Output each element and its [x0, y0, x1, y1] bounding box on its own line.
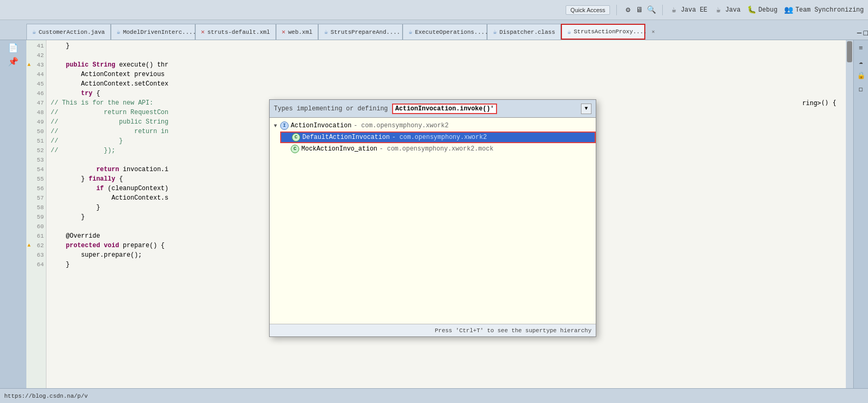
line-50: 50 [26, 127, 46, 136]
java-ee-icon: ☕ [669, 5, 679, 15]
type-hierarchy-popup: Types implementing or defining ActionInv… [269, 99, 596, 337]
line-61: 61 [26, 231, 46, 241]
popup-dropdown-button[interactable]: ▼ [581, 104, 592, 114]
tab-struts-prepare-label: StrutsPrepareAnd.... [330, 29, 400, 35]
code-line-45: ActionContext.setContex [51, 79, 846, 89]
right-icon-3[interactable]: 🔒 [855, 70, 867, 81]
popup-footer: Press 'Ctrl+T' to see the supertype hier… [270, 324, 596, 336]
right-icon-1[interactable]: ≡ [855, 42, 867, 54]
gutter-pin-icon[interactable]: 📌 [7, 56, 19, 68]
line-48: 48 [26, 108, 46, 117]
popup-header: Types implementing or defining ActionInv… [270, 100, 596, 118]
tree-expand-icon: ▼ [274, 123, 280, 129]
popup-content: ▼ I ActionInvocation - com.opensymphony.… [270, 118, 596, 324]
toolbar-separator-2 [662, 5, 663, 15]
line-45: 45 [26, 79, 46, 89]
line-59: 59 [26, 212, 46, 222]
tab-maximize-icon[interactable]: □ [864, 29, 868, 38]
scroll-thumb[interactable] [847, 41, 852, 62]
tab-struts-proxy-icon: ☕ [567, 28, 571, 36]
line-57: 57 [26, 193, 46, 203]
tab-struts-default-label: struts-default.xml [207, 29, 270, 35]
code-line-42 [51, 51, 846, 60]
tab-model-driven-label: ModelDrivenInterc.... [123, 29, 196, 35]
java-ee-item[interactable]: ☕ Java EE [669, 5, 707, 15]
toolbar-icons: ⚙ 🖥 🔍 [623, 5, 656, 15]
tab-bar: ☕ CustomerAction.java ☕ ModelDrivenInter… [0, 20, 868, 40]
line-60: 60 [26, 222, 46, 231]
debug-item[interactable]: 🐛 Debug [747, 5, 777, 15]
tree-child-mock-package: - com.opensymphony.xwork2.mock [379, 145, 493, 153]
line-52: 52 [26, 146, 46, 155]
line-54: 54 [26, 165, 46, 174]
gutter-file-icon[interactable]: 📄 [7, 42, 19, 54]
tree-child-default-package: - com.opensymphony.xwork2 [392, 134, 487, 141]
debug-label: Debug [758, 6, 777, 14]
tree-root-item[interactable]: ▼ I ActionInvocation - com.opensymphony.… [270, 120, 596, 132]
popup-title-static: Types implementing or defining [274, 105, 388, 113]
tab-struts-default[interactable]: ✕ struts-default.xml [195, 24, 276, 40]
tab-struts-prepare-icon: ☕ [324, 28, 328, 36]
right-code-fragment: ring>() { [802, 98, 836, 108]
quick-access-button[interactable]: Quick Access [566, 5, 610, 15]
tab-struts-prepare[interactable]: ☕ StrutsPrepareAnd.... [318, 24, 403, 40]
tab-struts-proxy-close[interactable]: ✕ [652, 29, 655, 35]
right-sidebar: ≡ ☁ 🔒 ◻ [853, 40, 868, 388]
tab-dispatcher[interactable]: ☕ Dispatcher.class [487, 24, 561, 40]
tab-web-xml-icon: ✕ [282, 28, 285, 36]
tab-minimize-icon[interactable]: ─ [857, 29, 861, 38]
main-area: 📄 📌 41 42 43 44 45 46 47 48 49 50 51 52 … [0, 40, 868, 388]
tab-struts-proxy[interactable]: ☕ StrutsActionProxy.... ✕ [561, 24, 645, 40]
tab-web-xml[interactable]: ✕ web.xml [276, 24, 318, 40]
interface-icon: I [280, 121, 289, 130]
tree-child-mock[interactable]: C MockActionInvo_ation - com.opensymphon… [280, 143, 596, 155]
quick-access-area: Quick Access [566, 5, 610, 15]
tree-child-default-name: DefaultActionInvocation [302, 134, 390, 141]
line-42: 42 [26, 51, 46, 60]
tree-child-default[interactable]: C DefaultActionInvocation - com.opensymp… [280, 132, 596, 143]
tab-execute-ops-icon: ☕ [408, 28, 412, 36]
toolbar-separator-1 [616, 5, 617, 15]
right-scrollbar[interactable] [846, 40, 853, 388]
code-line-43: public String execute() thr [51, 60, 846, 70]
line-55: 55 [26, 174, 46, 184]
monitor-icon[interactable]: 🖥 [635, 5, 644, 15]
tree-root-package: - com.opensymphony.xwork2 [354, 122, 449, 129]
status-bar: https://blog.csdn.na/p/v [0, 388, 868, 403]
tree-root-name: ActionInvocation [291, 122, 351, 129]
class-icon-mock: C [291, 145, 299, 153]
tab-web-xml-label: web.xml [288, 29, 312, 35]
tab-struts-default-icon: ✕ [201, 28, 205, 36]
right-icon-2[interactable]: ☁ [855, 56, 867, 68]
java-item[interactable]: ☕ Java [714, 5, 741, 15]
line-64: 64 [26, 260, 46, 269]
tab-dispatcher-label: Dispatcher.class [499, 29, 555, 35]
line-51: 51 [26, 136, 46, 146]
line-58: 58 [26, 203, 46, 212]
line-numbers: 41 42 43 44 45 46 47 48 49 50 51 52 53 5… [26, 40, 46, 388]
team-sync-icon: 👥 [784, 5, 793, 15]
line-63: 63 [26, 250, 46, 260]
settings-icon[interactable]: ⚙ [623, 5, 633, 15]
toolbar: Quick Access ⚙ 🖥 🔍 ☕ Java EE ☕ Java 🐛 De… [0, 0, 868, 20]
tab-dispatcher-icon: ☕ [493, 28, 497, 36]
editor-area: 41 42 43 44 45 46 47 48 49 50 51 52 53 5… [26, 40, 846, 388]
line-56: 56 [26, 184, 46, 193]
popup-tree: ▼ I ActionInvocation - com.opensymphony.… [270, 118, 596, 157]
tab-model-driven[interactable]: ☕ ModelDrivenInterc.... [111, 24, 195, 40]
tab-execute-ops[interactable]: ☕ ExecuteOperations.... [403, 24, 487, 40]
line-53: 53 [26, 155, 46, 165]
tab-model-driven-icon: ☕ [117, 28, 120, 36]
team-sync-item[interactable]: 👥 Team Synchronizing [784, 5, 864, 15]
right-icon-4[interactable]: ◻ [855, 83, 867, 95]
line-46: 46 [26, 89, 46, 98]
team-sync-label: Team Synchronizing [795, 6, 864, 14]
line-49: 49 [26, 117, 46, 127]
search-icon[interactable]: 🔍 [646, 5, 656, 15]
tree-children: C DefaultActionInvocation - com.opensymp… [270, 132, 596, 155]
line-47: 47 [26, 98, 46, 108]
tab-customer-action[interactable]: ☕ CustomerAction.java [26, 24, 111, 40]
tab-customer-action-label: CustomerAction.java [39, 29, 104, 35]
line-44: 44 [26, 70, 46, 79]
popup-footer-text: Press 'Ctrl+T' to see the supertype hier… [435, 327, 592, 334]
